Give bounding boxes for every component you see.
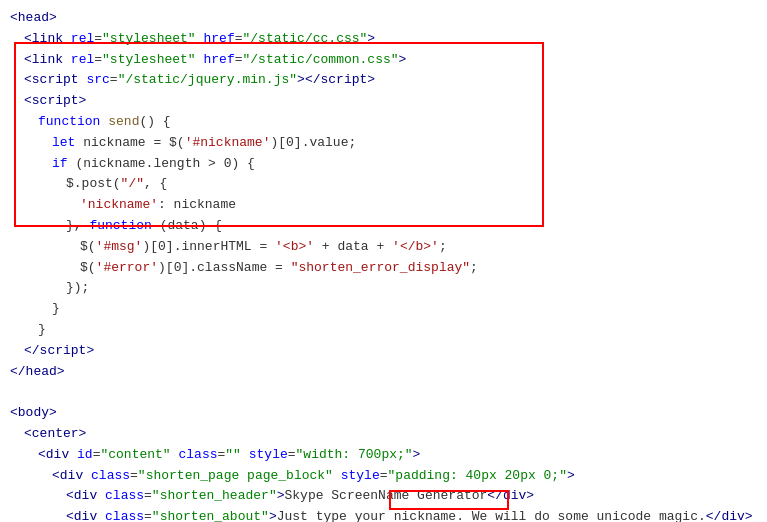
code-line-l8: if (nickname.length > 0) { xyxy=(10,154,757,175)
code-lines: <head><link rel="stylesheet" href="/stat… xyxy=(10,8,757,522)
code-line-l17: </script> xyxy=(10,341,757,362)
code-line-l14: }); xyxy=(10,278,757,299)
code-line-l20: <body> xyxy=(10,403,757,424)
code-line-l22: <div id="content" class="" style="width:… xyxy=(10,445,757,466)
code-line-l3: <link rel="stylesheet" href="/static/com… xyxy=(10,50,757,71)
code-line-l1: <head> xyxy=(10,8,757,29)
code-line-l16: } xyxy=(10,320,757,341)
code-line-l15: } xyxy=(10,299,757,320)
code-line-l6: function send() { xyxy=(10,112,757,133)
code-line-l5: <script> xyxy=(10,91,757,112)
code-line-l12: $('#msg')[0].innerHTML = '<b>' + data + … xyxy=(10,237,757,258)
code-line-l13: $('#error')[0].className = "shorten_erro… xyxy=(10,258,757,279)
code-line-l4: <script src="/static/jquery.min.js"></sc… xyxy=(10,70,757,91)
code-line-l11: }, function (data) { xyxy=(10,216,757,237)
code-line-l24: <div class="shorten_header">Skype Screen… xyxy=(10,486,757,507)
code-line-l18: </head> xyxy=(10,362,757,383)
code-line-l10: 'nickname': nickname xyxy=(10,195,757,216)
code-line-l23: <div class="shorten_page page_block" sty… xyxy=(10,466,757,487)
code-line-l21: <center> xyxy=(10,424,757,445)
code-line-l19 xyxy=(10,382,757,403)
code-editor: <head><link rel="stylesheet" href="/stat… xyxy=(0,0,767,522)
code-line-l7: let nickname = $('#nickname')[0].value; xyxy=(10,133,757,154)
code-line-l9: $.post("/", { xyxy=(10,174,757,195)
code-line-l2: <link rel="stylesheet" href="/static/cc.… xyxy=(10,29,757,50)
code-line-l25: <div class="shorten_about">Just type you… xyxy=(10,507,757,522)
